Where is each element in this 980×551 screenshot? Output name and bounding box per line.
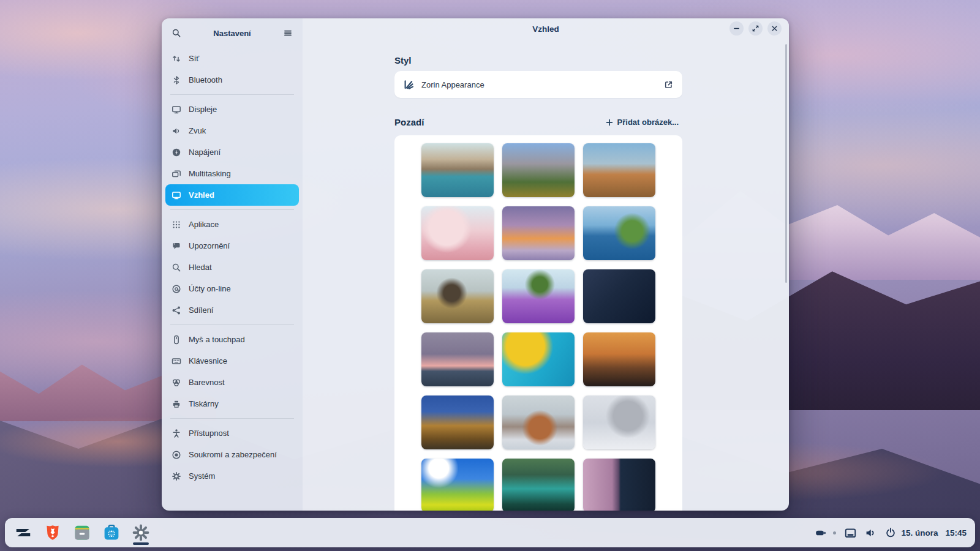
sidebar-item-nap-jen-[interactable]: Napájení xyxy=(165,141,299,163)
wallpaper-thumbnail-rio-sunset[interactable] xyxy=(583,332,655,386)
sidebar-item-label: Hledat xyxy=(189,263,212,272)
wallpaper-thumbnail-mountains-day-night-split[interactable] xyxy=(583,459,655,511)
tray-power[interactable] xyxy=(885,527,896,538)
tray-volume[interactable] xyxy=(865,527,876,539)
sidebar-item-label: Sdílení xyxy=(189,305,213,315)
sidebar-item-label: Přístupnost xyxy=(189,429,229,438)
search-button[interactable] xyxy=(169,26,184,40)
taskbar-app-zorin-menu[interactable] xyxy=(13,520,33,545)
sidebar-item-label: Systém xyxy=(189,471,215,481)
sidebar-item-tisk-rny[interactable]: Tiskárny xyxy=(165,393,299,414)
sidebar-item-vzhled[interactable]: Vzhled xyxy=(165,184,299,206)
sidebar-item-sd-len-[interactable]: Sdílení xyxy=(165,299,299,321)
wallpaper-thumbnail-pool-float-ring[interactable] xyxy=(502,332,575,386)
sound-icon xyxy=(172,126,181,136)
sidebar-item-s-[interactable]: Síť xyxy=(165,48,299,69)
wallpaper-thumbnail-sunset-above-clouds[interactable] xyxy=(502,206,575,260)
zorin-appearance-row[interactable]: Zorin Appearance xyxy=(394,71,682,98)
sidebar-item-barevnost[interactable]: Barevnost xyxy=(165,372,299,393)
plus-icon xyxy=(605,118,614,127)
sidebar-divider xyxy=(170,324,294,325)
settings-sidebar: Nastavení SíťBluetoothDisplejeZvukNapáje… xyxy=(162,18,303,511)
sidebar-item-soukrom-a-zabezpe-en-[interactable]: Soukromí a zabezpečení xyxy=(165,444,299,465)
sidebar-header: Nastavení xyxy=(162,18,303,45)
taskbar-app-brave-browser[interactable] xyxy=(43,520,62,545)
network-icon xyxy=(172,54,181,64)
sidebar-item-label: Bluetooth xyxy=(189,75,222,84)
sidebar-item-upozorn-n-[interactable]: Upozornění xyxy=(165,235,299,257)
wallpaper-thumbnail-flower-meadow-sky[interactable] xyxy=(421,459,494,511)
sidebar-item-zvuk[interactable]: Zvuk xyxy=(165,120,299,141)
apps-grid-icon xyxy=(172,220,181,230)
wallpaper-thumbnail-storm-clouds-sea[interactable] xyxy=(421,332,494,386)
clock[interactable]: 15. února 15:45 xyxy=(901,528,967,538)
sidebar-item-label: Upozornění xyxy=(189,241,230,250)
sidebar-item-p-stupnost[interactable]: Přístupnost xyxy=(165,422,299,444)
brave-browser-icon xyxy=(44,523,61,542)
wallpaper-thumbnail-golden-hills-lake[interactable] xyxy=(421,395,494,449)
sidebar-item-label: Vzhled xyxy=(189,190,214,200)
search-icon xyxy=(172,28,181,38)
bluetooth-icon xyxy=(172,75,181,85)
sidebar-item-label: Soukromí a zabezpečení xyxy=(189,450,277,459)
sidebar-item-kl-vesnice[interactable]: Klávesnice xyxy=(165,350,299,372)
taskbar-app-settings[interactable] xyxy=(131,520,151,545)
tray-battery[interactable] xyxy=(813,528,828,538)
sidebar-item-label: Myš a touchpad xyxy=(189,335,245,344)
sidebar-item-label: Napájení xyxy=(189,148,221,157)
sidebar-item-hledat[interactable]: Hledat xyxy=(165,257,299,278)
display-icon xyxy=(172,105,181,114)
zorin-menu-icon xyxy=(14,523,32,542)
sidebar-item-displeje[interactable]: Displeje xyxy=(165,99,299,120)
taskbar-app-software-store[interactable] xyxy=(102,520,121,545)
wallpaper-thumbnail-frosty-winter-trees[interactable] xyxy=(583,395,655,449)
multitask-icon xyxy=(172,169,181,179)
sidebar-item-my-a-touchpad[interactable]: Myš a touchpad xyxy=(165,329,299,350)
maximize-button[interactable] xyxy=(748,21,763,36)
page-title: Vzhled xyxy=(532,24,559,34)
sidebar-divider xyxy=(170,418,294,419)
wallpaper-thumbnail-lavender-field[interactable] xyxy=(502,269,575,323)
add-image-button[interactable]: Přidat obrázek... xyxy=(601,115,682,129)
wallpaper-thumbnail-cherry-blossom[interactable] xyxy=(421,206,494,260)
wallpaper-thumbnail-snowy-ridge-sunrise[interactable] xyxy=(502,395,575,449)
taskbar: 15. února 15:45 xyxy=(5,518,975,547)
wallpaper-thumbnail-prairie-butte[interactable] xyxy=(421,269,494,323)
scrollbar[interactable] xyxy=(785,44,787,283)
wallpaper-thumbnail-tropical-lagoon[interactable] xyxy=(502,459,575,511)
sidebar-item-label: Účty on-line xyxy=(189,284,231,293)
main-headerbar: Vzhled xyxy=(303,18,789,39)
wallpaper-thumbnail-desert-mesa[interactable] xyxy=(583,143,655,197)
sidebar-item-syst-m[interactable]: Systém xyxy=(165,465,299,487)
settings-window: Nastavení SíťBluetoothDisplejeZvukNapáje… xyxy=(162,18,789,511)
tray-screen-keyboard[interactable] xyxy=(845,527,856,539)
wallpaper-thumbnail-alpine-meadow[interactable] xyxy=(502,143,575,197)
settings-main-panel: Vzhled Styl Zorin Appearance Pozadí P xyxy=(303,18,789,511)
online-accounts-icon xyxy=(172,284,181,294)
sidebar-item-label: Zvuk xyxy=(189,126,206,135)
main-content: Styl Zorin Appearance Pozadí Přidat obrá… xyxy=(303,18,789,511)
sidebar-item-label: Displeje xyxy=(189,105,217,114)
sidebar-divider xyxy=(170,94,294,95)
battery-dot xyxy=(833,531,836,534)
sidebar-item-label: Tiskárny xyxy=(189,399,219,408)
wallpaper-grid-card xyxy=(394,135,682,511)
settings-icon xyxy=(132,523,150,542)
system-tray xyxy=(813,527,896,539)
active-app-indicator xyxy=(133,542,149,545)
wallpaper-thumbnail-night-dunes[interactable] xyxy=(583,269,655,323)
window-controls xyxy=(729,21,782,36)
wallpaper-thumbnail-island-ocean[interactable] xyxy=(583,206,655,260)
search-icon xyxy=(172,263,181,272)
sidebar-item-bluetooth[interactable]: Bluetooth xyxy=(165,69,299,91)
close-button[interactable] xyxy=(767,21,782,36)
minimize-button[interactable] xyxy=(729,21,744,36)
sidebar-item--ty-on-line[interactable]: Účty on-line xyxy=(165,278,299,299)
mouse-icon xyxy=(172,335,181,345)
sidebar-item-multitasking[interactable]: Multitasking xyxy=(165,163,299,184)
style-section-label: Styl xyxy=(394,55,682,66)
main-menu-button[interactable] xyxy=(281,26,295,40)
wallpaper-thumbnail-coastal-cliffs-bay[interactable] xyxy=(421,143,494,197)
taskbar-app-files[interactable] xyxy=(72,520,92,545)
sidebar-item-aplikace[interactable]: Aplikace xyxy=(165,214,299,235)
